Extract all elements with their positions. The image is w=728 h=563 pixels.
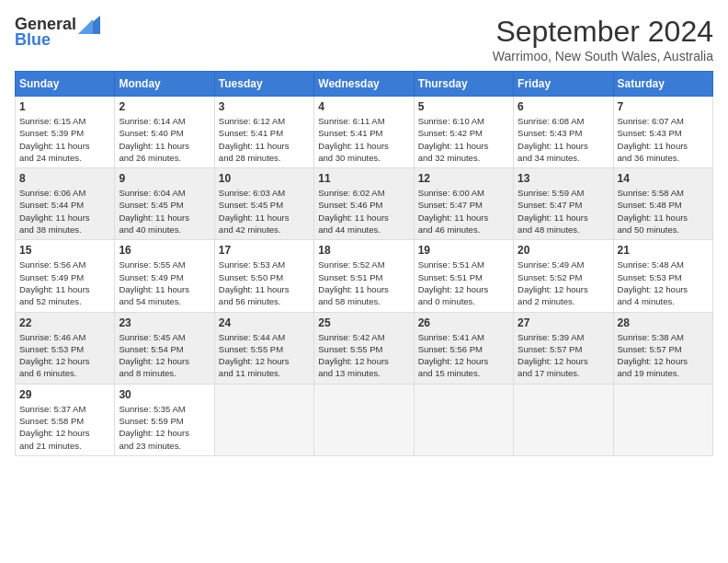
daylight-label: Daylight: 12 hours [518, 284, 588, 294]
daylight-label: Daylight: 12 hours [19, 356, 90, 366]
day-number: 19 [418, 244, 509, 257]
sunset-text: Sunset: 5:40 PM [119, 128, 183, 138]
sunset-text: Sunset: 5:53 PM [618, 272, 682, 282]
calendar-day-cell: 2Sunrise: 6:14 AMSunset: 5:40 PMDaylight… [115, 97, 214, 168]
calendar-day-cell [613, 384, 712, 455]
daylight-label: Daylight: 11 hours [418, 213, 489, 223]
daylight-label: Daylight: 12 hours [618, 356, 688, 366]
sunset-text: Sunset: 5:46 PM [318, 200, 382, 210]
day-info: Sunrise: 6:07 AMSunset: 5:43 PMDaylight:… [618, 115, 709, 164]
day-number: 22 [19, 316, 110, 329]
daylight-minutes: and 4 minutes. [618, 296, 675, 306]
day-info: Sunrise: 5:53 AMSunset: 5:50 PMDaylight:… [219, 259, 310, 307]
day-number: 18 [318, 244, 409, 257]
calendar-day-cell [514, 384, 613, 455]
calendar-day-cell: 7Sunrise: 6:07 AMSunset: 5:43 PMDaylight… [613, 97, 712, 168]
day-number: 12 [418, 172, 509, 185]
day-number: 17 [219, 244, 310, 257]
day-number: 2 [119, 100, 210, 113]
calendar-day-cell: 16Sunrise: 5:55 AMSunset: 5:49 PMDayligh… [115, 240, 214, 312]
daylight-minutes: and 26 minutes. [119, 153, 181, 163]
daylight-label: Daylight: 12 hours [119, 356, 189, 366]
daylight-label: Daylight: 11 hours [119, 284, 189, 294]
sunrise-text: Sunrise: 6:12 AM [219, 116, 285, 126]
daylight-minutes: and 52 minutes. [19, 296, 82, 306]
daylight-label: Daylight: 11 hours [318, 213, 389, 223]
sunrise-text: Sunrise: 5:35 AM [119, 404, 185, 414]
sunrise-text: Sunrise: 5:45 AM [119, 332, 185, 342]
calendar-day-cell [414, 384, 513, 455]
daylight-label: Daylight: 11 hours [119, 141, 189, 151]
daylight-minutes: and 44 minutes. [318, 224, 381, 235]
calendar-day-cell: 9Sunrise: 6:04 AMSunset: 5:45 PMDaylight… [115, 168, 214, 240]
day-info: Sunrise: 6:00 AMSunset: 5:47 PMDaylight:… [418, 187, 509, 236]
day-info: Sunrise: 5:52 AMSunset: 5:51 PMDaylight:… [318, 259, 409, 307]
daylight-minutes: and 34 minutes. [518, 153, 580, 163]
daylight-label: Daylight: 11 hours [518, 141, 588, 151]
sunset-text: Sunset: 5:44 PM [19, 200, 84, 210]
daylight-minutes: and 38 minutes. [19, 224, 82, 235]
sunset-text: Sunset: 5:50 PM [219, 272, 283, 282]
sunset-text: Sunset: 5:54 PM [119, 344, 183, 354]
day-info: Sunrise: 5:38 AMSunset: 5:57 PMDaylight:… [618, 331, 709, 380]
day-number: 23 [119, 316, 210, 329]
sunset-text: Sunset: 5:43 PM [618, 128, 682, 138]
daylight-label: Daylight: 12 hours [318, 356, 389, 366]
sunrise-text: Sunrise: 6:08 AM [518, 116, 584, 126]
calendar-week-row: 29Sunrise: 5:37 AMSunset: 5:58 PMDayligh… [16, 384, 713, 455]
day-info: Sunrise: 5:41 AMSunset: 5:56 PMDaylight:… [418, 331, 509, 380]
sunrise-text: Sunrise: 5:48 AM [618, 259, 684, 270]
sunset-text: Sunset: 5:57 PM [518, 344, 582, 354]
day-number: 11 [318, 172, 409, 185]
daylight-minutes: and 17 minutes. [518, 368, 580, 378]
daylight-label: Daylight: 12 hours [418, 356, 489, 366]
sunrise-text: Sunrise: 6:04 AM [119, 188, 185, 198]
daylight-label: Daylight: 11 hours [19, 213, 90, 223]
day-number: 21 [618, 244, 709, 257]
weekday-header: Wednesday [314, 72, 414, 97]
weekday-header: Monday [115, 72, 214, 97]
svg-marker-1 [78, 19, 93, 34]
day-info: Sunrise: 6:03 AMSunset: 5:45 PMDaylight:… [219, 187, 310, 236]
sunrise-text: Sunrise: 5:38 AM [618, 332, 684, 342]
calendar-day-cell: 5Sunrise: 6:10 AMSunset: 5:42 PMDaylight… [414, 97, 513, 168]
day-number: 1 [19, 100, 110, 113]
daylight-minutes: and 42 minutes. [219, 224, 281, 235]
day-number: 16 [119, 244, 210, 257]
sunset-text: Sunset: 5:48 PM [618, 200, 682, 210]
daylight-label: Daylight: 11 hours [618, 141, 688, 151]
day-info: Sunrise: 5:55 AMSunset: 5:49 PMDaylight:… [119, 259, 210, 307]
daylight-minutes: and 11 minutes. [219, 368, 281, 378]
day-info: Sunrise: 5:58 AMSunset: 5:48 PMDaylight:… [618, 187, 709, 236]
sunrise-text: Sunrise: 5:44 AM [219, 332, 285, 342]
calendar-day-cell: 1Sunrise: 6:15 AMSunset: 5:39 PMDaylight… [16, 97, 115, 168]
sunset-text: Sunset: 5:57 PM [618, 344, 682, 354]
daylight-label: Daylight: 12 hours [618, 284, 688, 294]
day-info: Sunrise: 6:14 AMSunset: 5:40 PMDaylight:… [119, 115, 210, 164]
daylight-minutes: and 50 minutes. [618, 224, 680, 235]
day-info: Sunrise: 5:48 AMSunset: 5:53 PMDaylight:… [618, 259, 709, 307]
page-header: General Blue September 2024 Warrimoo, Ne… [15, 15, 713, 63]
sunrise-text: Sunrise: 5:59 AM [518, 188, 584, 198]
calendar-week-row: 15Sunrise: 5:56 AMSunset: 5:49 PMDayligh… [16, 240, 713, 312]
sunrise-text: Sunrise: 5:52 AM [318, 259, 384, 270]
calendar-day-cell: 13Sunrise: 5:59 AMSunset: 5:47 PMDayligh… [514, 168, 613, 240]
day-number: 4 [318, 100, 409, 113]
daylight-minutes: and 6 minutes. [19, 368, 76, 378]
daylight-minutes: and 46 minutes. [418, 224, 481, 235]
sunrise-text: Sunrise: 6:00 AM [418, 188, 484, 198]
daylight-label: Daylight: 11 hours [219, 284, 290, 294]
day-number: 3 [219, 100, 310, 113]
calendar-subtitle: Warrimoo, New South Wales, Australia [493, 49, 713, 63]
daylight-label: Daylight: 12 hours [119, 428, 189, 438]
sunrise-text: Sunrise: 5:37 AM [19, 404, 85, 414]
daylight-minutes: and 58 minutes. [318, 296, 381, 306]
day-info: Sunrise: 6:04 AMSunset: 5:45 PMDaylight:… [119, 187, 210, 236]
calendar-day-cell: 26Sunrise: 5:41 AMSunset: 5:56 PMDayligh… [414, 312, 513, 384]
day-info: Sunrise: 5:39 AMSunset: 5:57 PMDaylight:… [518, 331, 609, 380]
day-number: 26 [418, 316, 509, 329]
day-number: 7 [618, 100, 709, 113]
daylight-label: Daylight: 12 hours [19, 428, 90, 438]
sunset-text: Sunset: 5:49 PM [119, 272, 183, 282]
day-number: 27 [518, 316, 609, 329]
